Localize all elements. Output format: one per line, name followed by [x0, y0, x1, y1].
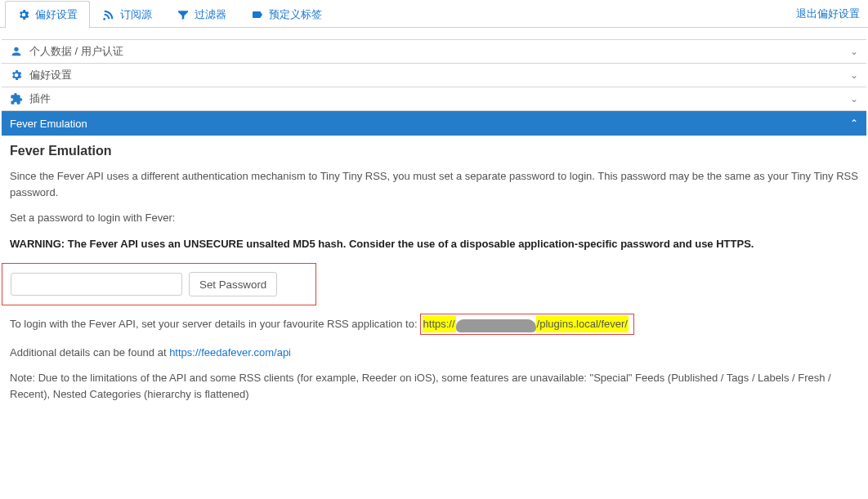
- exit-prefs-link[interactable]: 退出偏好设置: [788, 0, 868, 27]
- gear-icon: [10, 69, 23, 82]
- fever-password-input[interactable]: [11, 273, 182, 296]
- tab-prefs[interactable]: 偏好设置: [5, 1, 90, 28]
- exit-prefs-label: 退出偏好设置: [796, 7, 860, 21]
- panel-set-pw-prompt: Set a password to login with Fever:: [10, 210, 858, 226]
- gear-icon: [17, 8, 30, 21]
- login-url-line: To login with the Fever API, set your se…: [10, 314, 858, 335]
- tab-feeds[interactable]: 订阅源: [90, 1, 164, 28]
- person-icon: [10, 45, 23, 58]
- chevron-up-icon: ⌃: [850, 118, 858, 129]
- accordion-plugins[interactable]: 插件 ⌄: [2, 87, 866, 111]
- set-password-button[interactable]: Set Password: [189, 272, 277, 296]
- feedafever-link[interactable]: https://feedafever.com/api: [169, 346, 291, 359]
- accordion-prefs-label: 偏好设置: [29, 68, 72, 82]
- additional-details-line: Additional details can be found at https…: [10, 345, 858, 361]
- accordion-fever-label: Fever Emulation: [10, 118, 87, 130]
- tab-feeds-label: 订阅源: [120, 7, 152, 22]
- panel-title: Fever Emulation: [10, 144, 858, 158]
- login-url-box: https:///plugins.local/fever/: [420, 314, 634, 335]
- chevron-down-icon: ⌄: [850, 69, 858, 81]
- login-url-pre: To login with the Fever API, set your se…: [10, 316, 418, 332]
- chevron-down-icon: ⌄: [850, 46, 858, 57]
- tab-filters[interactable]: 过滤器: [164, 1, 239, 28]
- prefs-container: 个人数据 / 用户认证 ⌄ 偏好设置 ⌄ 插件 ⌄ Fever Emulatio…: [0, 28, 868, 423]
- chevron-down-icon: ⌄: [850, 93, 858, 105]
- panel-warning: WARNING: The Fever API uses an UNSECURE …: [10, 236, 858, 252]
- panel-intro: Since the Fever API uses a different aut…: [10, 168, 858, 200]
- tab-bar: 偏好设置 订阅源 过滤器 预定义标签 退出偏好设置: [0, 0, 868, 28]
- fever-panel: Fever Emulation Since the Fever API uses…: [2, 136, 866, 421]
- filter-icon: [177, 8, 190, 21]
- accordion-fever-header[interactable]: Fever Emulation ⌃: [2, 111, 866, 136]
- accordion-personal[interactable]: 个人数据 / 用户认证 ⌄: [2, 39, 866, 64]
- label-icon: [251, 8, 264, 21]
- rss-icon: [102, 8, 115, 21]
- password-row: Set Password: [2, 263, 316, 305]
- puzzle-icon: [10, 92, 23, 105]
- url-protocol: https://: [423, 316, 456, 332]
- tab-labels[interactable]: 预定义标签: [239, 1, 334, 28]
- accordion-personal-label: 个人数据 / 用户认证: [29, 44, 123, 59]
- url-host-redacted: [456, 319, 536, 332]
- accordion-plugins-label: 插件: [29, 91, 51, 106]
- tab-filters-label: 过滤器: [195, 7, 226, 22]
- tab-labels-label: 预定义标签: [269, 7, 322, 22]
- additional-pre: Additional details can be found at: [10, 346, 169, 359]
- tab-prefs-label: 偏好设置: [35, 7, 78, 22]
- accordion-prefs[interactable]: 偏好设置 ⌄: [2, 63, 866, 87]
- panel-note: Note: Due to the limitations of the API …: [10, 370, 858, 402]
- url-suffix: /plugins.local/fever/: [536, 316, 629, 332]
